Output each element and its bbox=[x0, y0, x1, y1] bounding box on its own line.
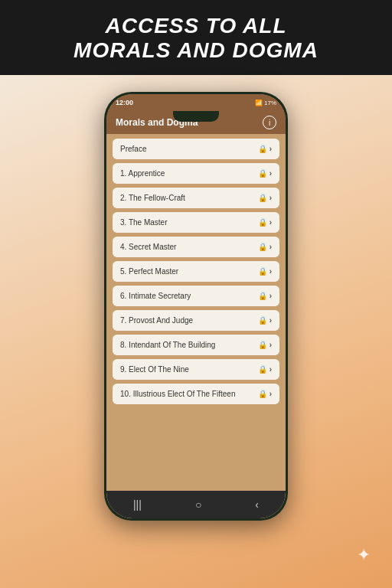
list-item-label: 5. Perfect Master bbox=[120, 267, 178, 276]
chevron-right-icon: › bbox=[270, 145, 272, 153]
nav-home-icon[interactable]: ○ bbox=[195, 498, 201, 511]
chevron-right-icon: › bbox=[270, 341, 272, 349]
list-item-label: 7. Provost And Judge bbox=[120, 316, 193, 325]
list-item[interactable]: 7. Provost And Judge🔒› bbox=[113, 310, 279, 331]
lock-icon: 🔒 bbox=[258, 390, 267, 398]
chevron-right-icon: › bbox=[270, 267, 272, 276]
status-icons: 📶 17% bbox=[255, 100, 276, 106]
bottom-nav: ||| ○ ‹ bbox=[106, 491, 286, 518]
list-item[interactable]: 9. Elect Of The Nine🔒› bbox=[113, 359, 279, 380]
chevron-right-icon: › bbox=[270, 292, 272, 300]
list-item-label: 6. Intimate Secretary bbox=[120, 292, 191, 300]
list-item-icons: 🔒› bbox=[258, 194, 272, 202]
list-item[interactable]: 6. Intimate Secretary🔒› bbox=[113, 286, 279, 306]
phone-screen: 12:00 📶 17% Morals and Dogma i Preface🔒›… bbox=[106, 94, 286, 518]
list-item[interactable]: 3. The Master🔒› bbox=[113, 212, 279, 233]
list-item-label: 3. The Master bbox=[120, 218, 168, 227]
phone-frame: 12:00 📶 17% Morals and Dogma i Preface🔒›… bbox=[104, 92, 288, 521]
list-item[interactable]: 8. Intendant Of The Building🔒› bbox=[113, 335, 279, 355]
sparkle-icon: ✦ bbox=[357, 545, 371, 565]
list-item-label: Preface bbox=[120, 145, 146, 153]
lock-icon: 🔒 bbox=[258, 267, 267, 276]
lock-icon: 🔒 bbox=[258, 218, 267, 227]
chevron-right-icon: › bbox=[270, 243, 272, 251]
chevron-right-icon: › bbox=[270, 194, 272, 202]
lock-icon: 🔒 bbox=[258, 365, 267, 374]
list-item-icons: 🔒› bbox=[258, 218, 272, 227]
chevron-right-icon: › bbox=[270, 365, 272, 374]
list-item[interactable]: Preface🔒› bbox=[113, 139, 279, 159]
list-item-icons: 🔒› bbox=[258, 169, 272, 178]
status-time: 12:00 bbox=[116, 99, 133, 106]
list-item-icons: 🔒› bbox=[258, 316, 272, 325]
list-item-label: 4. Secret Master bbox=[120, 243, 176, 251]
chevron-right-icon: › bbox=[270, 218, 272, 227]
list-item-label: 2. The Fellow-Craft bbox=[120, 194, 185, 202]
battery-text: 17% bbox=[264, 100, 276, 106]
list-item-label: 8. Intendant Of The Building bbox=[120, 341, 215, 349]
phone-wrapper: 12:00 📶 17% Morals and Dogma i Preface🔒›… bbox=[0, 75, 392, 521]
list-area: Preface🔒›1. Apprentice🔒›2. The Fellow-Cr… bbox=[106, 134, 286, 486]
lock-icon: 🔒 bbox=[258, 316, 267, 325]
list-item-icons: 🔒› bbox=[258, 390, 272, 398]
header-banner: ACCESS TO ALL MORALS AND DOGMA bbox=[0, 0, 392, 75]
list-item[interactable]: 10. Illustrious Elect Of The Fifteen🔒› bbox=[113, 384, 279, 404]
list-item-icons: 🔒› bbox=[258, 341, 272, 349]
lock-icon: 🔒 bbox=[258, 169, 267, 178]
wifi-icon: 📶 bbox=[255, 100, 263, 106]
nav-recent-icon[interactable]: ||| bbox=[133, 498, 142, 511]
list-item-label: 1. Apprentice bbox=[120, 169, 165, 178]
header-title: ACCESS TO ALL MORALS AND DOGMA bbox=[15, 14, 377, 63]
list-item-icons: 🔒› bbox=[258, 267, 272, 276]
status-bar: 12:00 📶 17% bbox=[106, 94, 286, 111]
chevron-right-icon: › bbox=[270, 316, 272, 325]
lock-icon: 🔒 bbox=[258, 243, 267, 251]
chevron-right-icon: › bbox=[270, 169, 272, 178]
lock-icon: 🔒 bbox=[258, 292, 267, 300]
chevron-right-icon: › bbox=[270, 390, 272, 398]
lock-icon: 🔒 bbox=[258, 194, 267, 202]
lock-icon: 🔒 bbox=[258, 145, 267, 153]
list-item[interactable]: 5. Perfect Master🔒› bbox=[113, 261, 279, 282]
nav-back-icon[interactable]: ‹ bbox=[255, 498, 259, 511]
list-item[interactable]: 2. The Fellow-Craft🔒› bbox=[113, 188, 279, 208]
phone-notch bbox=[173, 111, 219, 122]
info-icon[interactable]: i bbox=[263, 116, 276, 129]
list-item-label: 9. Elect Of The Nine bbox=[120, 365, 189, 374]
lock-icon: 🔒 bbox=[258, 341, 267, 349]
list-item-label: 10. Illustrious Elect Of The Fifteen bbox=[120, 390, 235, 398]
list-item-icons: 🔒› bbox=[258, 365, 272, 374]
list-item-icons: 🔒› bbox=[258, 292, 272, 300]
list-item[interactable]: 4. Secret Master🔒› bbox=[113, 237, 279, 257]
list-item-icons: 🔒› bbox=[258, 145, 272, 153]
list-item-icons: 🔒› bbox=[258, 243, 272, 251]
list-item[interactable]: 1. Apprentice🔒› bbox=[113, 163, 279, 184]
